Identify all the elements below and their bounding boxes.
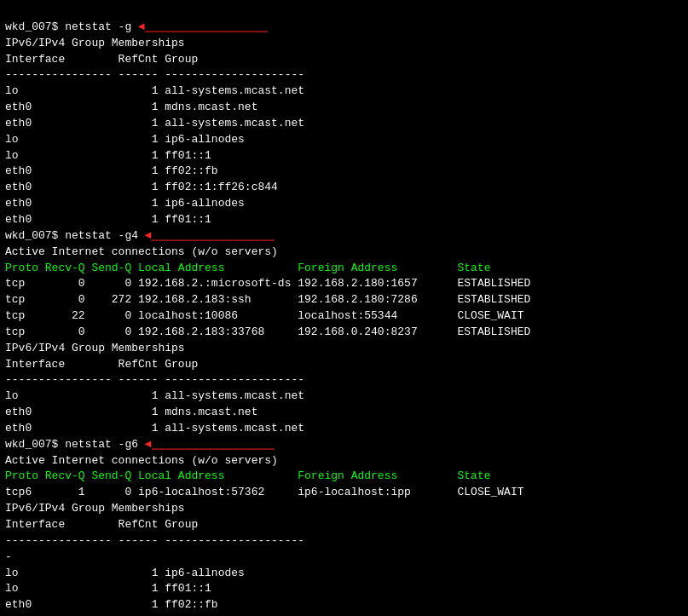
line-4: ---------------- ------ ----------------…	[5, 68, 304, 81]
terminal-output: wkd_007$ netstat -g ◄⎯⎯⎯⎯⎯⎯⎯⎯⎯⎯⎯⎯⎯⎯⎯⎯⎯⎯ …	[0, 0, 688, 616]
prompt-1: wkd_007$ netstat -g	[5, 20, 131, 33]
line-9: lo 1 ff01::1	[5, 149, 211, 162]
line-25: eth0 1 mdns.mcast.net	[5, 406, 257, 418]
line-22: Interface RefCnt Group	[5, 358, 198, 371]
line-37: eth0 1 ff02::fb	[5, 598, 218, 611]
line-20: tcp 0 0 192.168.2.183:33768 192.168.0.24…	[5, 325, 530, 338]
line-27: wkd_007$ netstat -g6 ◄⎯⎯⎯⎯⎯⎯⎯⎯⎯⎯⎯⎯⎯⎯⎯⎯⎯⎯	[5, 438, 275, 451]
line-18: tcp 0 272 192.168.2.183:ssh 192.168.2.18…	[5, 293, 530, 306]
line-15: Active Internet connections (w/o servers…	[5, 245, 278, 258]
line-10: eth0 1 ff02::fb	[5, 164, 218, 177]
line-8: lo 1 ip6-allnodes	[5, 133, 245, 146]
line-26: eth0 1 all-systems.mcast.net	[5, 422, 304, 435]
line-23: ---------------- ------ ----------------…	[5, 373, 304, 386]
arrow-1: ◄⎯⎯⎯⎯⎯⎯⎯⎯⎯⎯⎯⎯⎯⎯⎯⎯⎯⎯	[131, 20, 268, 33]
line-28: Active Internet connections (w/o servers…	[5, 454, 278, 467]
line-17: tcp 0 0 192.168.2.:microsoft-ds 192.168.…	[5, 277, 530, 290]
line-19: tcp 22 0 localhost:10086 localhost:55344…	[5, 309, 524, 322]
line-29: Proto Recv-Q Send-Q Local Address Foreig…	[5, 469, 491, 482]
line-14: wkd_007$ netstat -g4 ◄⎯⎯⎯⎯⎯⎯⎯⎯⎯⎯⎯⎯⎯⎯⎯⎯⎯⎯	[5, 229, 275, 242]
line-35: lo 1 ip6-allnodes	[5, 567, 245, 579]
line-16: Proto Recv-Q Send-Q Local Address Foreig…	[5, 262, 491, 274]
line-30: tcp6 1 0 ip6-localhost:57362 ip6-localho…	[5, 486, 524, 498]
line-32: Interface RefCnt Group	[5, 518, 198, 531]
line-33: ---------------- ------ ----------------…	[5, 534, 304, 547]
prompt-2: wkd_007$ netstat -g4	[5, 229, 138, 242]
line-31: IPv6/IPv4 Group Memberships	[5, 502, 185, 515]
line-24: lo 1 all-systems.mcast.net	[5, 389, 304, 402]
line-7: eth0 1 all-systems.mcast.net	[5, 117, 304, 130]
line-12: eth0 1 ip6-allnodes	[5, 197, 245, 210]
line-1: wkd_007$ netstat -g ◄⎯⎯⎯⎯⎯⎯⎯⎯⎯⎯⎯⎯⎯⎯⎯⎯⎯⎯	[5, 20, 268, 33]
arrow-2: ◄⎯⎯⎯⎯⎯⎯⎯⎯⎯⎯⎯⎯⎯⎯⎯⎯⎯⎯	[138, 229, 275, 242]
arrow-3: ◄⎯⎯⎯⎯⎯⎯⎯⎯⎯⎯⎯⎯⎯⎯⎯⎯⎯⎯	[138, 438, 275, 451]
line-36: lo 1 ff01::1	[5, 582, 211, 595]
line-3: Interface RefCnt Group	[5, 53, 198, 66]
line-21: IPv6/IPv4 Group Memberships	[5, 342, 185, 354]
line-11: eth0 1 ff02::1:ff26:c844	[5, 181, 278, 193]
prompt-3: wkd_007$ netstat -g6	[5, 438, 138, 451]
line-5: lo 1 all-systems.mcast.net	[5, 84, 304, 97]
line-6: eth0 1 mdns.mcast.net	[5, 101, 257, 113]
line-13: eth0 1 ff01::1	[5, 213, 211, 226]
line-2: IPv6/IPv4 Group Memberships	[5, 37, 185, 49]
line-34: -	[5, 550, 12, 563]
